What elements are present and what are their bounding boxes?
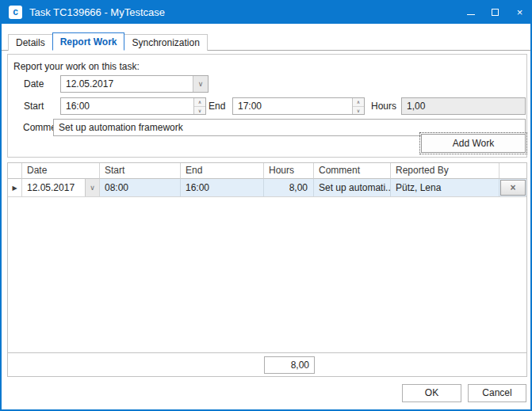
cell-end[interactable]: 16:00	[181, 179, 264, 196]
end-time-field[interactable]: ∧ ∨	[232, 97, 365, 115]
minimize-icon	[467, 14, 475, 15]
end-input[interactable]	[233, 98, 352, 114]
add-work-button[interactable]: Add Work	[421, 134, 526, 153]
grid-header-end[interactable]: End	[181, 163, 264, 179]
report-work-panel: Report your work on this task: Date ∨ St…	[7, 54, 527, 158]
grid-header-date[interactable]: Date	[22, 163, 100, 179]
spin-up-icon[interactable]: ∧	[194, 98, 205, 107]
work-entries-grid: Date Start End Hours Comment Reported By…	[7, 162, 527, 377]
grid-summary-row: 8,00	[8, 352, 526, 376]
comment-input[interactable]	[54, 120, 525, 135]
minimize-button[interactable]	[458, 0, 483, 24]
cancel-button[interactable]: Cancel	[468, 384, 526, 402]
chevron-down-icon: ∨	[198, 80, 204, 88]
close-button[interactable]: ×	[507, 0, 532, 24]
maximize-icon	[492, 9, 499, 16]
tab-synchronization[interactable]: Synchronization	[124, 34, 207, 51]
close-icon: ×	[517, 7, 523, 17]
cell-actions: ×	[499, 179, 526, 196]
end-label: End	[209, 97, 225, 115]
start-spinner: ∧ ∨	[193, 98, 205, 114]
spin-up-icon[interactable]: ∧	[353, 98, 364, 107]
cell-reported-by[interactable]: Pütz, Lena	[391, 179, 499, 196]
cell-date-value[interactable]: 12.05.2017	[22, 179, 85, 196]
grid-header-actions	[499, 163, 526, 179]
cell-start[interactable]: 08:00	[100, 179, 181, 196]
window-controls: ×	[458, 0, 532, 24]
grid-header-comment[interactable]: Comment	[314, 163, 391, 179]
hours-total: 8,00	[264, 356, 315, 374]
spin-down-icon[interactable]: ∨	[194, 107, 205, 115]
end-spinner: ∧ ∨	[352, 98, 364, 114]
report-heading: Report your work on this task:	[13, 61, 140, 72]
cell-hours[interactable]: 8,00	[264, 179, 314, 196]
hours-field	[401, 97, 526, 115]
date-dropdown-button[interactable]: ∨	[193, 76, 208, 92]
grid-header-reported-by[interactable]: Reported By	[391, 163, 499, 179]
date-input[interactable]	[61, 76, 193, 92]
tab-details[interactable]: Details	[8, 34, 53, 51]
date-label: Date	[24, 75, 44, 93]
grid-header-start[interactable]: Start	[100, 163, 181, 179]
chevron-down-icon: ∨	[90, 184, 95, 192]
date-combobox[interactable]: ∨	[60, 75, 209, 93]
grid-header-row: Date Start End Hours Comment Reported By	[8, 163, 526, 179]
start-label: Start	[24, 97, 44, 115]
app-icon: c	[9, 6, 22, 19]
maximize-button[interactable]	[483, 0, 507, 24]
title-bar[interactable]: c Task TC139666 - MyTestcase ×	[0, 0, 532, 24]
table-row[interactable]: ▶ 12.05.2017 ∨ 08:00 16:00 8,00 Set up a…	[8, 179, 526, 197]
row-indicator-icon: ▶	[8, 179, 22, 196]
delete-row-button[interactable]: ×	[500, 180, 526, 196]
spin-down-icon[interactable]: ∨	[353, 107, 364, 115]
tab-report-work[interactable]: Report Work	[52, 32, 125, 51]
cell-comment[interactable]: Set up automati...	[314, 179, 391, 196]
ok-button[interactable]: OK	[402, 384, 461, 402]
delete-icon: ×	[510, 182, 515, 193]
hours-label: Hours	[371, 97, 396, 115]
cell-date[interactable]: 12.05.2017 ∨	[22, 179, 100, 196]
cell-date-dropdown-button[interactable]: ∨	[85, 179, 99, 196]
task-dialog-window: c Task TC139666 - MyTestcase × Details R…	[0, 0, 532, 411]
grid-header-indicator	[8, 163, 22, 179]
start-time-field[interactable]: ∧ ∨	[60, 97, 206, 115]
grid-header-hours[interactable]: Hours	[264, 163, 314, 179]
start-input[interactable]	[61, 98, 193, 114]
tab-strip: Details Report Work Synchronization	[2, 32, 530, 51]
hours-value	[402, 98, 525, 114]
window-title: Task TC139666 - MyTestcase	[29, 6, 165, 18]
